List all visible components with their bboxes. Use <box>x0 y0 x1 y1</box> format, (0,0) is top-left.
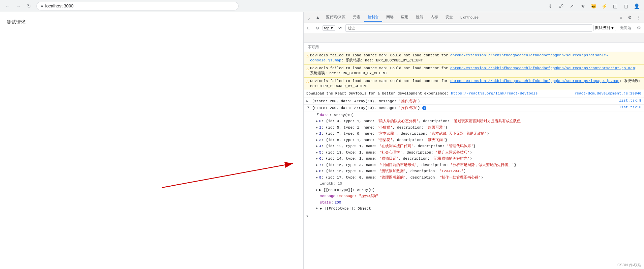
address-text: localhost:3000 <box>45 3 73 8</box>
console-unavailable: 不可用 <box>304 43 644 52</box>
close-expression-button[interactable] <box>306 35 311 41</box>
warning-link-2[interactable]: chrome-extension://nkbihfbeogaeaoehlefnk… <box>450 66 635 70</box>
item-4-expand-icon[interactable]: ► <box>316 144 319 149</box>
data-item-8[interactable]: ► 8: {id: 16, type: 0, name: '测试添加数据', d… <box>316 168 641 174</box>
no-issues-button[interactable]: 无问题 <box>617 25 634 31</box>
console-prompt[interactable]: > <box>304 213 644 219</box>
tab-grid-icon[interactable]: ◫ <box>610 1 620 11</box>
expanded-log-tree: ► data: Array(10) ► 0: {id: 4, type: 1, … <box>304 111 644 213</box>
tab-memory[interactable]: 内存 <box>427 13 441 22</box>
data-item-7[interactable]: ► 7: {id: 15, type: 3, name: '中国目前的市场形式'… <box>316 162 641 168</box>
data-length: length: 10 <box>316 181 641 187</box>
bookmark-icon[interactable]: ★ <box>578 1 587 11</box>
data-prototype[interactable]: ► ▶ [[Prototype]]: Array(0) <box>316 187 641 193</box>
prototype-expand-icon[interactable]: ► <box>316 206 319 211</box>
block-console-icon[interactable]: ⊘ <box>314 24 321 32</box>
tab-security[interactable]: 安全 <box>442 13 456 22</box>
tab-sources[interactable]: 源代码/来源 <box>323 13 349 22</box>
expanded-log-header[interactable]: ► {state: 200, data: Array(10), message:… <box>304 105 644 111</box>
nav-buttons: ← → ↻ <box>3 1 34 11</box>
browser-actions: ⇓ ☍ ↗ ★ 🐱 ⚡ ◫ ▢ 👤 <box>546 1 641 11</box>
collapsed-log-file-ref[interactable]: list.tsx:8 <box>619 99 641 103</box>
console-toolbar: □ ⊘ top ▼ 👁 默认级别 ▼ 无问题 ⚙ <box>304 23 644 33</box>
tab-performance[interactable]: 性能 <box>412 13 427 22</box>
clear-console-icon[interactable]: □ <box>305 24 312 32</box>
item-5-expand-icon[interactable]: ► <box>316 150 319 155</box>
devtools-panel: ◞ ▲ 源代码/来源 元素 控制台 网络 应用 性能 内存 安全 Lightho… <box>303 12 644 269</box>
data-item-9[interactable]: ► 9: {id: 17, type: 0, name: '管理图书新的', d… <box>316 174 641 181</box>
top-context-selector[interactable]: top ▼ <box>323 25 335 31</box>
extension-puzzle-icon[interactable]: ⚡ <box>600 1 609 11</box>
warning-link-3[interactable]: chrome-extension://nkbihfbeogaeaoehlefnk… <box>450 79 619 83</box>
tab-elements[interactable]: 元素 <box>349 13 364 22</box>
tab-network[interactable]: 网络 <box>383 13 397 22</box>
state-line: state: 200 <box>312 199 641 206</box>
data-item-1[interactable]: ► 1: {id: 5, type: 1, name: '小猫猫', descr… <box>316 125 641 131</box>
inspect-element-icon[interactable]: ◞ <box>305 14 313 22</box>
info-icon[interactable]: i <box>422 106 426 110</box>
item-9-expand-icon[interactable]: ► <box>316 175 319 180</box>
devtools-settings-icon[interactable]: ⚙ <box>626 14 634 22</box>
console-settings-icon[interactable]: ⚙ <box>635 24 643 32</box>
data-item-5[interactable]: ► 5: {id: 13, type: 1, name: '社会心理学', de… <box>316 150 641 156</box>
download-icon[interactable]: ⇓ <box>546 1 555 11</box>
devtools-more-options-icon[interactable]: ⋮ <box>635 14 643 22</box>
tab-console[interactable]: 控制台 <box>364 13 382 22</box>
forward-button[interactable]: → <box>13 1 23 11</box>
share-icon[interactable]: ↗ <box>567 1 577 11</box>
array-prototype-icon[interactable]: ► <box>316 188 319 193</box>
react-devtools-link[interactable]: https://reactjs.org/link/react-devtools <box>451 91 538 96</box>
warning-text-2: DevTools failed to load source map: Coul… <box>310 66 641 76</box>
data-expand-icon[interactable]: ► <box>315 113 320 116</box>
data-item-3[interactable]: ► 3: {id: 8, type: 1, name: '雪梨花', descr… <box>316 137 641 143</box>
reload-button[interactable]: ↻ <box>24 1 34 11</box>
console-warning-1: △ DevTools failed to load source map: Co… <box>304 52 644 65</box>
item-2-expand-icon[interactable]: ► <box>316 131 319 136</box>
red-arrow <box>0 12 303 269</box>
message-line: message: message: "操作成功" <box>312 193 641 199</box>
item-3-expand-icon[interactable]: ► <box>316 138 319 143</box>
data-section-header[interactable]: ► data: Array(10) <box>312 112 641 118</box>
expanded-log-container: ► {state: 200, data: Array(10), message:… <box>304 105 644 213</box>
console-warning-3: △ DevTools failed to load source map: Co… <box>304 78 644 90</box>
data-item-4[interactable]: ► 4: {id: 12, type: 1, name: '在线测试接口代码',… <box>316 143 641 150</box>
tab-lighthouse[interactable]: Lighthouse <box>457 14 482 21</box>
expand-icon[interactable]: ► <box>306 100 310 103</box>
address-bar[interactable]: ● localhost:3000 <box>36 2 239 10</box>
item-7-expand-icon[interactable]: ► <box>316 163 319 168</box>
item-0-expand-icon[interactable]: ► <box>316 119 319 124</box>
back-button[interactable]: ← <box>3 1 12 11</box>
main-content: 测试请求 ◞ ▲ 源代码/来源 元素 控制台 网络 应用 性能 内存 安全 Li… <box>0 12 644 269</box>
browser-bar: ← → ↻ ● localhost:3000 ⇓ ☍ ↗ ★ 🐱 ⚡ ◫ ▢ 👤 <box>0 0 644 12</box>
lock-icon: ● <box>41 4 43 8</box>
profile-icon[interactable]: 👤 <box>632 1 641 11</box>
data-item-0[interactable]: ► 0: {id: 4, type: 1, name: '狼人杀的队友心态分析'… <box>316 118 641 125</box>
dropdown-arrow-icon: ▼ <box>330 26 334 30</box>
extension-fox-icon[interactable]: 🐱 <box>589 1 598 11</box>
item-6-expand-icon[interactable]: ► <box>316 156 319 161</box>
item-1-expand-icon[interactable]: ► <box>316 125 319 130</box>
data-item-6[interactable]: ► 6: {id: 14, type: 1, name: '猫猫日记', des… <box>316 156 641 162</box>
react-devtools-file-ref[interactable]: react-dom.development.js:29840 <box>575 91 641 96</box>
prompt-arrow-icon: > <box>306 214 309 218</box>
more-tabs-button[interactable]: » <box>617 14 625 22</box>
filter-input[interactable] <box>345 24 592 32</box>
expanded-log-file-ref[interactable]: list.tsx:8 <box>619 105 641 109</box>
log-level-arrow-icon: ▼ <box>611 26 614 30</box>
data-items: ► 0: {id: 4, type: 1, name: '狼人杀的队友心态分析'… <box>312 118 641 193</box>
watermark: CSDN @-联瑞 <box>617 263 641 268</box>
collapsed-log-entry[interactable]: ► {state: 200, data: Array(10), message:… <box>304 98 644 105</box>
devtools-toolbar: ◞ ▲ 源代码/来源 元素 控制台 网络 应用 性能 内存 安全 Lightho… <box>304 12 644 23</box>
tab-application[interactable]: 应用 <box>398 13 412 22</box>
data-item-2[interactable]: ► 2: {id: 7, type: 0, name: '宫本武藏', desc… <box>316 131 641 137</box>
collapse-icon[interactable]: ► <box>306 106 310 110</box>
window-icon[interactable]: ▢ <box>621 1 631 11</box>
item-8-expand-icon[interactable]: ► <box>316 169 319 174</box>
device-toolbar-icon[interactable]: ▲ <box>314 14 322 22</box>
eye-icon[interactable]: 👁 <box>337 24 344 32</box>
console-warning-2: △ DevTools failed to load source map: Co… <box>304 65 644 78</box>
log-level-selector[interactable]: 默认级别 ▼ <box>593 25 616 31</box>
console-output[interactable]: 不可用 △ DevTools failed to load source map… <box>304 43 644 269</box>
object-prototype[interactable]: ► ▶ [[Prototype]]: Object <box>312 206 641 212</box>
translate-icon[interactable]: ☍ <box>556 1 566 11</box>
